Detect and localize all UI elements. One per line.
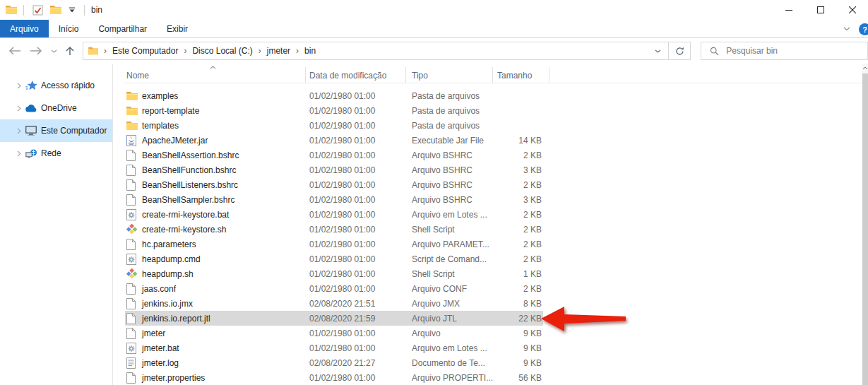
file-row[interactable]: jenkins.io.jmx 02/08/2020 21:51 Arquivo … <box>125 296 543 311</box>
scrollbar-thumb[interactable] <box>862 73 868 385</box>
file-name: BeanShellFunction.bshrc <box>142 162 236 177</box>
file-type: Arquivo BSHRC <box>412 162 472 177</box>
file-modified-date: 01/02/1980 01:00 <box>309 281 375 296</box>
file-size: 2 KB <box>523 148 542 162</box>
ribbon-tab[interactable]: Compartilhar <box>88 20 157 37</box>
breadcrumb: ›Este Computador›Disco Local (C:)›jmeter… <box>98 46 647 56</box>
file-row[interactable]: examples 01/02/1980 01:00 Pasta de arqui… <box>125 88 543 103</box>
file-size: 3 KB <box>523 192 542 207</box>
breadcrumb-item[interactable]: ›Este Computador <box>98 46 178 56</box>
file-icon <box>126 162 139 177</box>
main-area: Acesso rápido OneDrive Este Computador R… <box>0 64 868 385</box>
column-resize-handle[interactable] <box>405 67 406 83</box>
file-row[interactable]: BeanShellListeners.bshrc 01/02/1980 01:0… <box>125 177 543 192</box>
file-row[interactable]: create-rmi-keystore.sh 01/02/1980 01:00 … <box>125 222 543 237</box>
sidebar-item[interactable]: OneDrive <box>0 97 112 119</box>
qat-customize-dropdown[interactable] <box>65 6 79 14</box>
tab-label: Compartilhar <box>98 24 147 34</box>
file-row[interactable]: create-rmi-keystore.bat 01/02/1980 01:00… <box>125 207 543 222</box>
shell-icon <box>126 222 139 237</box>
file-icon <box>126 296 139 311</box>
search-input[interactable] <box>726 46 867 56</box>
column-resize-handle[interactable] <box>549 67 549 83</box>
file-modified-date: 01/02/1980 01:00 <box>309 133 375 148</box>
file-size: 2 KB <box>523 177 542 192</box>
recent-locations-dropdown[interactable] <box>48 47 60 56</box>
navigation-bar: ›Este Computador›Disco Local (C:)›jmeter… <box>0 38 868 64</box>
column-resize-handle[interactable] <box>492 67 493 83</box>
close-button[interactable] <box>836 0 868 20</box>
file-modified-date: 01/02/1980 01:00 <box>309 148 375 162</box>
address-bar[interactable]: ›Este Computador›Disco Local (C:)›jmeter… <box>83 42 691 60</box>
file-row[interactable]: heapdump.cmd 01/02/1980 01:00 Script de … <box>125 251 543 266</box>
maximize-button[interactable] <box>804 0 836 20</box>
back-button[interactable] <box>6 44 24 58</box>
folder-icon <box>88 47 98 55</box>
column-header-type[interactable]: Tipo <box>412 71 428 81</box>
column-header-modified[interactable]: Data de modificação <box>309 71 386 81</box>
file-size: 8 KB <box>523 296 542 311</box>
column-header-size[interactable]: Tamanho <box>497 71 532 81</box>
breadcrumb-item[interactable]: ›bin <box>290 46 316 56</box>
file-row[interactable]: ApacheJMeter.jar 01/02/1980 01:00 Execut… <box>125 133 543 148</box>
file-row[interactable]: jmeter.bat 01/02/1980 01:00 Arquivo em L… <box>125 340 543 355</box>
expand-chevron-icon[interactable] <box>17 128 25 134</box>
up-button[interactable] <box>63 43 77 59</box>
file-name: jmeter.log <box>142 355 179 370</box>
file-name: jenkins.io.jmx <box>142 296 193 311</box>
folder-icon <box>126 103 139 118</box>
expand-chevron-icon[interactable] <box>17 83 25 89</box>
file-name: report-template <box>142 103 199 118</box>
ribbon-tab[interactable]: Exibir <box>157 20 198 37</box>
file-size: 2 KB <box>523 222 542 237</box>
file-icon <box>126 148 139 162</box>
tab-label: Arquivo <box>10 24 39 34</box>
minimize-button[interactable] <box>773 0 804 20</box>
file-icon <box>126 281 139 296</box>
file-size: 3 KB <box>523 162 542 177</box>
vertical-scrollbar[interactable] <box>862 64 868 385</box>
file-row[interactable]: report-template 01/02/1980 01:00 Pasta d… <box>125 103 543 118</box>
expand-ribbon-button[interactable] <box>843 27 850 31</box>
breadcrumb-item[interactable]: ›jmeter <box>253 46 290 56</box>
file-row[interactable]: jmeter 01/02/1980 01:00 Arquivo 9 KB <box>125 326 543 340</box>
forward-button[interactable] <box>27 44 45 58</box>
file-modified-date: 02/08/2020 21:51 <box>309 296 375 311</box>
scroll-up-icon[interactable] <box>862 64 868 73</box>
file-name: BeanShellSampler.bshrc <box>142 192 234 207</box>
file-type: Shell Script <box>412 266 455 281</box>
file-row[interactable]: jmeter.log 02/08/2020 21:27 Documento de… <box>125 355 543 370</box>
qat-properties-button[interactable] <box>29 4 47 17</box>
refresh-button[interactable] <box>669 42 690 59</box>
expand-chevron-icon[interactable] <box>17 150 25 157</box>
address-dropdown-button[interactable] <box>647 42 668 59</box>
help-button[interactable]: ? <box>859 23 868 35</box>
file-name: BeanShellListeners.bshrc <box>142 177 238 192</box>
sidebar-item[interactable]: Rede <box>0 142 112 165</box>
file-icon <box>126 370 139 385</box>
file-row[interactable]: templates 01/02/1980 01:00 Pasta de arqu… <box>125 118 543 133</box>
file-row[interactable]: BeanShellAssertion.bshrc 01/02/1980 01:0… <box>125 148 543 162</box>
ribbon-tab[interactable]: Arquivo <box>0 20 49 37</box>
file-type: Pasta de arquivos <box>412 118 480 133</box>
file-modified-date: 01/02/1980 01:00 <box>309 177 375 192</box>
file-row[interactable]: jaas.conf 01/02/1980 01:00 Arquivo CONF … <box>125 281 543 296</box>
column-header-name[interactable]: Nome <box>126 71 149 81</box>
file-name: jaas.conf <box>142 281 176 296</box>
qat-new-folder-button[interactable] <box>47 4 65 16</box>
sidebar-item[interactable]: Este Computador <box>0 119 112 142</box>
column-resize-handle[interactable] <box>305 67 306 83</box>
file-row[interactable]: BeanShellFunction.bshrc 01/02/1980 01:00… <box>125 162 543 177</box>
file-row[interactable]: jmeter.properties 01/02/1980 01:00 Arqui… <box>125 370 543 385</box>
ribbon-tab[interactable]: Início <box>49 20 89 37</box>
breadcrumb-item[interactable]: ›Disco Local (C:) <box>178 46 252 56</box>
file-row[interactable]: jenkins.io.report.jtl 02/08/2020 21:59 A… <box>125 311 543 326</box>
file-modified-date: 01/02/1980 01:00 <box>309 118 375 133</box>
file-modified-date: 01/02/1980 01:00 <box>309 370 375 385</box>
file-row[interactable]: heapdump.sh 01/02/1980 01:00 Shell Scrip… <box>125 266 543 281</box>
expand-chevron-icon[interactable] <box>17 105 25 112</box>
file-row[interactable]: hc.parameters 01/02/1980 01:00 Arquivo P… <box>125 237 543 251</box>
file-row[interactable]: BeanShellSampler.bshrc 01/02/1980 01:00 … <box>125 192 543 207</box>
sidebar-item[interactable]: Acesso rápido <box>0 74 112 97</box>
file-size: 22 KB <box>518 311 542 326</box>
